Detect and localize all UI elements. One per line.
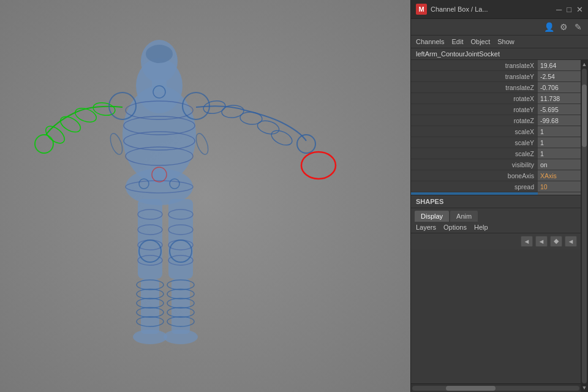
channel-row[interactable]: spread10	[411, 181, 581, 192]
layer-btn-2[interactable]: ◄	[535, 236, 548, 247]
menu-bar: Channels Edit Object Show	[411, 36, 588, 48]
channel-row[interactable]: translateX19.64	[411, 60, 581, 71]
channel-row[interactable]: rotateX11.738	[411, 93, 581, 104]
shapes-section: SHAPES	[411, 195, 581, 208]
viewport	[0, 0, 410, 392]
channel-value[interactable]: on	[538, 159, 581, 170]
channel-row[interactable]: visibilityon	[411, 159, 581, 170]
v-scroll-thumb[interactable]	[582, 85, 587, 148]
layer-content	[411, 249, 581, 384]
menu-object[interactable]: Object	[470, 38, 490, 45]
channel-box-panel: M Channel Box / La... ─ □ ✕ 👤 ⚙ ✎ Channe…	[410, 0, 588, 392]
svg-point-14	[297, 135, 315, 153]
channel-value[interactable]: 1	[538, 148, 581, 159]
title-bar-text: Channel Box / La...	[431, 6, 552, 13]
channel-row[interactable]: rotateZ-99.68	[411, 115, 581, 126]
channel-value[interactable]: 10	[538, 181, 581, 192]
svg-point-56	[194, 132, 210, 156]
channel-value[interactable]: 1	[538, 137, 581, 148]
channel-name: scaleZ	[411, 150, 538, 157]
channel-list[interactable]: translateX19.64translateY-2.54translateZ…	[411, 60, 581, 195]
tab-menu-help[interactable]: Help	[474, 224, 488, 231]
channel-value[interactable]: XAxis	[538, 170, 581, 181]
channel-name: translateZ	[411, 84, 538, 91]
tab-row: Display Anim	[411, 208, 581, 222]
channel-row[interactable]: rotateY-5.695	[411, 104, 581, 115]
svg-point-19	[35, 135, 53, 153]
channel-row[interactable]: scaleY1	[411, 137, 581, 148]
svg-point-9	[203, 99, 227, 115]
scroll-thumb[interactable]	[446, 386, 496, 391]
tab-menu-layers[interactable]: Layers	[416, 224, 436, 231]
channel-row[interactable]: scaleX1	[411, 126, 581, 137]
title-bar-controls: ─ □ ✕	[556, 6, 583, 13]
channel-value[interactable]: -99.68	[538, 115, 581, 126]
edit-icon[interactable]: ✎	[572, 21, 584, 33]
svg-point-43	[133, 330, 167, 344]
channel-name: spread	[411, 183, 538, 190]
menu-edit[interactable]: Edit	[451, 38, 463, 45]
tab-menu-options[interactable]: Options	[443, 224, 467, 231]
tab-anim[interactable]: Anim	[450, 211, 478, 222]
character-figure	[18, 12, 337, 380]
svg-point-55	[108, 132, 124, 156]
menu-channels[interactable]: Channels	[416, 38, 444, 45]
channel-name: scaleY	[411, 139, 538, 146]
tab-display[interactable]: Display	[415, 211, 449, 222]
maximize-button[interactable]: □	[567, 6, 571, 13]
channel-name: rotateX	[411, 95, 538, 102]
horizontal-scrollbar[interactable]	[411, 383, 581, 392]
channel-name: boneAxis	[411, 172, 538, 179]
scroll-up-btn[interactable]: ▲	[582, 61, 587, 67]
layer-btn-3[interactable]: ◆	[550, 236, 562, 247]
channel-value[interactable]: 11.738	[538, 93, 581, 104]
channel-row[interactable]: scaleZ1	[411, 148, 581, 159]
settings-icon[interactable]: ⚙	[557, 21, 570, 33]
channel-name: rotateZ	[411, 117, 538, 124]
maya-icon: M	[416, 4, 427, 15]
channel-row[interactable]: translateY-2.54	[411, 71, 581, 82]
layer-btn-4[interactable]: ◄	[565, 236, 577, 247]
svg-point-13	[269, 127, 294, 148]
svg-point-2	[146, 45, 173, 63]
svg-point-11	[239, 111, 263, 125]
channel-value[interactable]: -2.54	[538, 71, 581, 81]
menu-show[interactable]: Show	[497, 38, 514, 45]
svg-point-54	[301, 152, 336, 179]
svg-point-50	[164, 330, 198, 344]
title-bar: M Channel Box / La... ─ □ ✕	[411, 0, 588, 19]
channel-main-content: translateX19.64translateY-2.54translateZ…	[411, 60, 581, 392]
tab-area: Display Anim Layers Options Help	[411, 208, 581, 233]
v-scroll-track	[582, 69, 587, 383]
channel-name: rotateY	[411, 106, 538, 113]
channel-row[interactable]: translateZ-0.706	[411, 82, 581, 93]
tab-menu-row: Layers Options Help	[411, 222, 581, 233]
channel-box-main: translateX19.64translateY-2.54translateZ…	[411, 60, 588, 392]
vertical-scrollbar[interactable]: ▲ ▼	[581, 60, 588, 392]
channel-name: scaleX	[411, 128, 538, 135]
close-button[interactable]: ✕	[576, 6, 583, 13]
minimize-button[interactable]: ─	[556, 6, 562, 13]
scroll-down-btn[interactable]: ▼	[582, 385, 587, 391]
object-name: leftArm_ContourJointSocket	[411, 48, 588, 60]
channel-row[interactable]: boneAxisXAxis	[411, 170, 581, 181]
channel-name: translateY	[411, 73, 538, 80]
svg-point-12	[256, 119, 281, 137]
channel-value[interactable]: -0.706	[538, 82, 581, 92]
channel-name: visibility	[411, 161, 538, 168]
channel-value[interactable]: -5.695	[538, 104, 581, 115]
person-icon[interactable]: 👤	[543, 21, 555, 33]
shapes-label: SHAPES	[416, 198, 443, 205]
layer-toolbar: ◄ ◄ ◆ ◄	[411, 233, 581, 249]
channel-value[interactable]: 19.64	[538, 60, 581, 70]
layer-btn-1[interactable]: ◄	[521, 236, 533, 247]
channel-name: translateX	[411, 62, 538, 69]
toolbar: 👤 ⚙ ✎	[411, 19, 588, 36]
channel-value[interactable]: 1	[538, 126, 581, 137]
scroll-track	[412, 386, 579, 391]
